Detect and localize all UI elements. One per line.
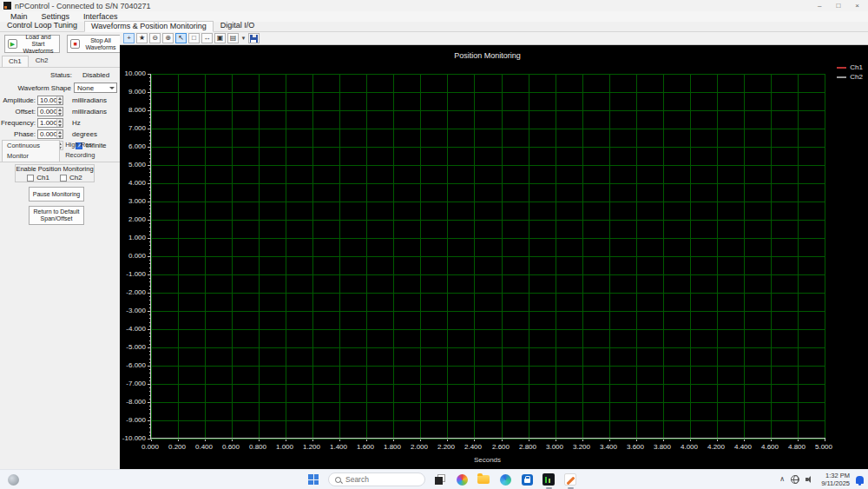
taskbar-clock[interactable]: 1:32 PM 9/11/2025 xyxy=(821,472,850,487)
copy-options-dropdown[interactable]: ▼ xyxy=(240,33,247,43)
fit-horizontal-button[interactable]: ↔ xyxy=(201,33,213,43)
monitor-checkbox-ch2[interactable] xyxy=(60,175,67,182)
tracker-tool-button[interactable]: ★ xyxy=(136,33,148,43)
field-value-frequency: 1.000 xyxy=(38,119,56,127)
y-axis-minor-tick xyxy=(149,359,151,360)
grid-line-horizontal xyxy=(151,420,825,421)
x-tick-label: 2.800 xyxy=(515,444,541,451)
maximize-button[interactable]: □ xyxy=(836,0,840,11)
zoom-out-icon: ⊖ xyxy=(152,35,158,42)
search-input[interactable]: Search xyxy=(328,472,425,486)
y-axis-minor-tick xyxy=(149,227,151,228)
start-button[interactable] xyxy=(306,472,320,487)
grid-line-horizontal xyxy=(151,202,825,202)
chart-properties-button[interactable]: ▣ xyxy=(214,33,226,43)
y-axis-minor-tick xyxy=(149,333,151,334)
plot-area[interactable] xyxy=(150,74,825,439)
box-zoom-button[interactable]: □ xyxy=(188,33,200,43)
x-tick-label: 0.800 xyxy=(245,444,271,451)
y-tick-label: 9.000 xyxy=(120,89,146,96)
stop-all-button[interactable]: ■ Stop All Waveforms xyxy=(67,35,122,53)
edge-button[interactable] xyxy=(498,472,512,487)
tab-control-loop-tuning[interactable]: Control Loop Tuning xyxy=(0,20,84,31)
task-view-front xyxy=(435,477,443,485)
pause-monitoring-button[interactable]: Pause Monitoring xyxy=(29,187,84,202)
field-input-offset[interactable]: 0.000 xyxy=(37,107,63,116)
task-view-button[interactable] xyxy=(433,472,447,487)
tab-digital-i-o[interactable]: Digital I/O xyxy=(214,20,262,31)
grid-line-horizontal xyxy=(151,92,825,93)
file-explorer-button[interactable] xyxy=(477,472,490,487)
spin-down-button[interactable] xyxy=(57,101,62,105)
y-axis-minor-tick xyxy=(149,235,151,235)
pen-app-button[interactable] xyxy=(563,472,577,487)
x-tick-label: 2.400 xyxy=(460,444,486,451)
minimize-button[interactable]: – xyxy=(818,0,821,11)
npcontrol-app-button[interactable] xyxy=(542,472,556,487)
y-axis-minor-tick xyxy=(149,413,151,414)
y-axis-minor-tick xyxy=(149,158,151,159)
channel-tab-ch2[interactable]: Ch2 xyxy=(29,55,56,67)
enable-monitoring-group: Enable Position Monitoring Ch1Ch2 xyxy=(15,164,95,182)
y-axis-minor-tick xyxy=(149,326,151,327)
y-axis-minor-tick xyxy=(149,268,151,268)
waveform-shape-label: Waveform Shape xyxy=(0,84,71,92)
cursor-tool-button[interactable]: ↖ xyxy=(175,33,187,43)
grid-line-horizontal xyxy=(151,220,825,221)
waveform-shape-dropdown[interactable]: None xyxy=(74,83,117,93)
monitor-checkbox-label-ch1: Ch1 xyxy=(36,174,49,182)
channel-tab-ch1[interactable]: Ch1 xyxy=(2,56,29,68)
close-button[interactable]: × xyxy=(855,0,859,11)
y-axis-minor-tick xyxy=(149,125,151,126)
y-axis-minor-tick xyxy=(149,176,151,177)
copilot-icon xyxy=(457,474,468,486)
field-unit-phase: degrees xyxy=(72,130,97,138)
grid-line-horizontal xyxy=(151,329,825,330)
pan-tool-button[interactable]: + xyxy=(123,33,135,43)
grid-line-horizontal xyxy=(151,347,825,348)
load-start-button[interactable]: ▶ Load and Start Waveforms xyxy=(4,35,60,53)
return-default-button[interactable]: Return to Default Span/Offset xyxy=(29,206,84,225)
field-input-amplitude[interactable]: 10.000 xyxy=(37,96,63,105)
y-axis-minor-tick xyxy=(149,213,151,214)
x-tick-label: 0.000 xyxy=(137,444,163,451)
file-explorer-icon xyxy=(477,475,490,484)
field-input-frequency[interactable]: 1.000 xyxy=(37,118,63,128)
y-tick-label: -6.000 xyxy=(120,362,146,369)
field-label-frequency: Frequency: xyxy=(0,119,36,127)
store-button[interactable] xyxy=(520,472,534,487)
x-tick-label: 1.600 xyxy=(352,444,378,451)
copy-chart-button[interactable]: ▤ xyxy=(227,33,239,43)
weather-icon[interactable] xyxy=(8,474,19,486)
y-tick-label: -4.000 xyxy=(120,326,146,333)
tab-waveforms-position-monitoring[interactable]: Waveforms & Position Monitoring xyxy=(84,21,214,32)
x-tick-label: 3.600 xyxy=(622,444,648,451)
grid-line-horizontal xyxy=(151,293,825,294)
box-zoom-icon: □ xyxy=(192,35,196,42)
notification-bell-icon[interactable] xyxy=(856,476,864,484)
y-axis-minor-tick xyxy=(149,271,151,272)
stop-all-label: Stop All Waveforms xyxy=(82,37,119,51)
y-axis-minor-tick xyxy=(149,278,151,279)
monitor-tab-high-res-recording[interactable]: High Res Recording xyxy=(60,139,120,162)
x-tick-label: 1.200 xyxy=(299,444,325,451)
monitor-checkbox-ch1[interactable] xyxy=(27,175,34,182)
network-icon[interactable] xyxy=(791,475,799,484)
y-axis-minor-tick xyxy=(149,114,151,115)
x-tick-label: 3.400 xyxy=(595,444,621,451)
zoom-in-button[interactable]: ⊕ xyxy=(162,33,174,43)
tray-chevron-icon[interactable]: ∧ xyxy=(779,476,785,483)
zoom-out-button[interactable]: ⊖ xyxy=(149,33,161,43)
y-axis-minor-tick xyxy=(149,143,151,144)
volume-icon[interactable] xyxy=(806,475,815,484)
y-axis-minor-tick xyxy=(149,154,151,155)
spin-down-button[interactable] xyxy=(57,112,62,116)
field-input-phase[interactable]: 0.000 xyxy=(37,129,63,139)
y-axis-minor-tick xyxy=(149,369,151,370)
spin-down-button[interactable] xyxy=(57,135,62,139)
save-chart-button[interactable] xyxy=(248,33,260,43)
spin-down-button[interactable] xyxy=(57,123,62,128)
status-value: Disabled xyxy=(82,71,109,81)
monitor-tab-continuous-monitor[interactable]: Continuous Monitor xyxy=(2,140,60,162)
copilot-button[interactable] xyxy=(455,472,469,487)
